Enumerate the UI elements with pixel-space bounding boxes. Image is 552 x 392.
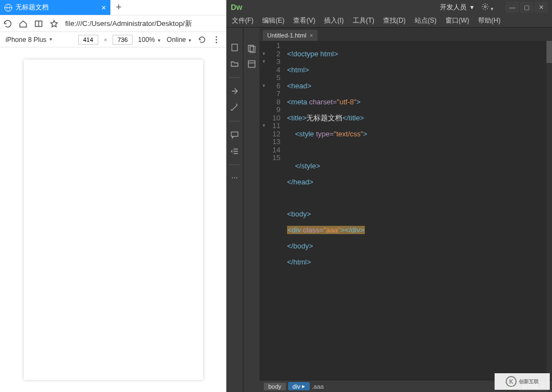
file-tab-active[interactable]: Untitled-1.html× bbox=[263, 30, 317, 41]
dimension-separator: × bbox=[104, 36, 107, 43]
reload-icon[interactable] bbox=[3, 19, 12, 28]
more-icon[interactable] bbox=[212, 35, 221, 44]
menu-window[interactable]: 窗口(W) bbox=[445, 16, 469, 25]
left-toolbar: ⋯ bbox=[226, 28, 243, 392]
svg-rect-6 bbox=[232, 44, 237, 51]
svg-rect-7 bbox=[231, 132, 238, 136]
code-editor: Untitled-1.html× 123456789101112131415 <… bbox=[259, 28, 552, 392]
expand-icon[interactable] bbox=[230, 87, 239, 96]
menu-edit[interactable]: 编辑(E) bbox=[262, 16, 284, 25]
watermark-logo-icon: K bbox=[506, 376, 517, 387]
close-file-icon[interactable]: × bbox=[310, 33, 313, 39]
chevron-down-icon: ▼ bbox=[49, 37, 53, 42]
panel-icon[interactable] bbox=[34, 19, 43, 28]
browser-tab-active[interactable]: 无标题文档 × bbox=[0, 0, 110, 15]
menu-help[interactable]: 帮助(H) bbox=[478, 16, 501, 25]
crumb-body[interactable]: body bbox=[264, 383, 286, 390]
crumb-class[interactable]: .aaa bbox=[312, 383, 323, 390]
workspace-selector[interactable]: 开发人员 ▾ bbox=[440, 3, 474, 12]
home-icon[interactable] bbox=[19, 19, 28, 28]
browser-tab-strip: 无标题文档 × + bbox=[0, 0, 226, 15]
menu-site[interactable]: 站点(S) bbox=[415, 16, 437, 25]
maximize-button[interactable]: ▢ bbox=[520, 2, 533, 13]
window-buttons: — ▢ ✕ bbox=[506, 2, 548, 13]
close-button[interactable]: ✕ bbox=[534, 2, 548, 13]
address-bar: file:///C:/Users/Administrator/Desktop/新 bbox=[0, 15, 226, 32]
menu-file[interactable]: 文件(F) bbox=[232, 16, 253, 25]
dw-titlebar: Dw 开发人员 ▾ ▾ — ▢ ✕ bbox=[226, 0, 552, 14]
editor-scrollbar[interactable] bbox=[546, 41, 552, 380]
comment-icon[interactable] bbox=[230, 130, 239, 139]
file-icon[interactable] bbox=[230, 43, 239, 52]
globe-icon bbox=[4, 4, 12, 12]
files-panel-icon[interactable] bbox=[247, 44, 256, 53]
code-area[interactable]: 123456789101112131415 <!doctype html> <h… bbox=[259, 41, 552, 380]
menu-view[interactable]: 查看(V) bbox=[293, 16, 315, 25]
svg-point-4 bbox=[216, 41, 217, 43]
preview-canvas[interactable] bbox=[24, 60, 203, 380]
outdent-icon[interactable] bbox=[230, 147, 239, 156]
height-input[interactable] bbox=[113, 35, 132, 45]
menu-tools[interactable]: 工具(T) bbox=[353, 16, 374, 25]
device-toolbar: iPhone 8 Plus ▼ × 100% ▼ Online ▼ bbox=[0, 32, 226, 47]
watermark: K 创新互联 bbox=[495, 373, 550, 390]
wand-icon[interactable] bbox=[230, 103, 239, 112]
more-tools-icon[interactable]: ⋯ bbox=[231, 174, 238, 182]
rotate-icon[interactable] bbox=[198, 35, 206, 44]
code-content[interactable]: <!doctype html> <html> <head> <meta char… bbox=[283, 41, 552, 380]
svg-point-2 bbox=[216, 36, 217, 38]
line-gutter: 123456789101112131415 bbox=[259, 41, 283, 380]
device-selector[interactable]: iPhone 8 Plus ▼ bbox=[6, 36, 53, 44]
svg-rect-10 bbox=[248, 61, 255, 67]
menu-insert[interactable]: 插入(I) bbox=[324, 16, 343, 25]
settings-button[interactable]: ▾ bbox=[481, 3, 493, 12]
width-input[interactable] bbox=[78, 35, 98, 45]
menu-find[interactable]: 查找(D) bbox=[383, 16, 406, 25]
browser-preview-pane: 无标题文档 × + file:///C:/Users/Administrator… bbox=[0, 0, 226, 392]
manage-icon[interactable] bbox=[230, 60, 239, 68]
file-tabs: Untitled-1.html× bbox=[259, 28, 552, 41]
close-tab-button[interactable]: × bbox=[102, 3, 106, 12]
css-panel-icon[interactable] bbox=[247, 60, 256, 68]
browser-tab-title: 无标题文档 bbox=[15, 3, 98, 12]
extra-toolbar bbox=[243, 28, 259, 392]
minimize-button[interactable]: — bbox=[506, 2, 519, 13]
crumb-div[interactable]: div ▸ bbox=[288, 382, 310, 390]
preview-viewport bbox=[0, 47, 226, 392]
dw-logo: Dw bbox=[231, 3, 242, 12]
dw-menubar: 文件(F) 编辑(E) 查看(V) 插入(I) 工具(T) 查找(D) 站点(S… bbox=[226, 14, 552, 28]
zoom-selector[interactable]: 100% ▼ bbox=[138, 36, 161, 44]
dreamweaver-pane: Dw 开发人员 ▾ ▾ — ▢ ✕ 文件(F) 编辑(E) 查看(V) 插入(I… bbox=[226, 0, 552, 392]
svg-point-3 bbox=[216, 39, 217, 40]
star-icon[interactable] bbox=[50, 19, 59, 28]
svg-point-5 bbox=[484, 6, 486, 8]
throttle-selector[interactable]: Online ▼ bbox=[167, 36, 192, 44]
url-text[interactable]: file:///C:/Users/Administrator/Desktop/新 bbox=[65, 19, 223, 29]
new-tab-button[interactable]: + bbox=[110, 0, 127, 15]
